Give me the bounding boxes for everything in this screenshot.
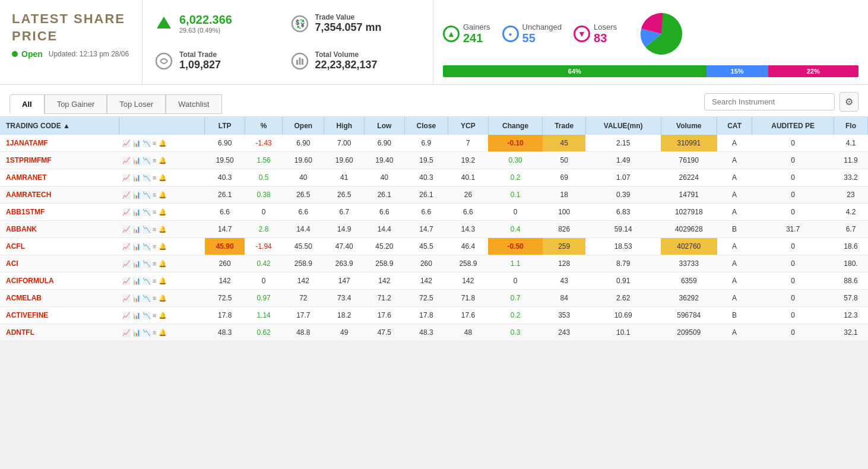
col-ltp[interactable]: LTP [205,117,245,135]
col-change[interactable]: Change [488,117,543,135]
chart-area-icon[interactable]: 📉 [142,191,151,199]
cell-code[interactable]: 1STPRIMFMF [0,152,119,169]
speaker-icon[interactable]: 🔔 [159,312,167,319]
chart-bar-icon[interactable]: 📊 [132,260,141,268]
tab-watchlist[interactable]: Watchlist [166,94,221,114]
cell-code[interactable]: ACMELAB [0,290,119,307]
chart-bar-icon[interactable]: 📊 [132,294,141,302]
chart-line-icon[interactable]: 📈 [122,329,131,337]
cell-code[interactable]: ACIFORMULA [0,272,119,290]
tab-top-loser[interactable]: Top Loser [107,94,166,114]
list-icon[interactable]: ≡ [153,260,156,267]
chart-line-icon[interactable]: 📈 [122,226,131,233]
chart-line-icon[interactable]: 📈 [122,277,131,285]
speaker-icon[interactable]: 🔔 [159,226,167,233]
list-icon[interactable]: ≡ [153,312,156,319]
list-icon[interactable]: ≡ [153,174,156,181]
speaker-icon[interactable]: 🔔 [159,174,167,182]
cell-volume: 4029628 [661,221,717,238]
chart-bar-icon[interactable]: 📊 [132,140,141,147]
chart-line-icon[interactable]: 📈 [122,312,131,319]
col-volume[interactable]: Volume [661,117,717,135]
chart-line-icon[interactable]: 📈 [122,243,131,251]
cell-code[interactable]: ACI [0,255,119,272]
list-icon[interactable]: ≡ [153,243,156,250]
tab-top-gainer[interactable]: Top Gainer [45,94,107,114]
settings-button[interactable]: ⚙ [840,92,859,112]
chart-area-icon[interactable]: 📉 [142,226,151,233]
cell-pe: 0 [752,324,834,341]
col-audited-pe[interactable]: AUDITED PE [752,117,834,135]
chart-area-icon[interactable]: 📉 [142,260,151,268]
cell-code[interactable]: AAMRANET [0,169,119,186]
chart-area-icon[interactable]: 📉 [142,329,151,337]
cell-code[interactable]: AAMRATECH [0,186,119,204]
list-icon[interactable]: ≡ [153,191,156,198]
speaker-icon[interactable]: 🔔 [159,140,167,147]
chart-line-icon[interactable]: 📈 [122,140,131,147]
col-ycp[interactable]: YCP [448,117,489,135]
cell-code[interactable]: ABB1STMF [0,204,119,221]
title-panel: LATEST SHARE PRICE Open Updated: 12:13 p… [0,0,142,84]
list-icon[interactable]: ≡ [153,329,156,336]
chart-bar-icon[interactable]: 📊 [132,208,141,216]
list-icon[interactable]: ≡ [153,157,156,164]
list-icon[interactable]: ≡ [153,226,156,233]
col-close[interactable]: Close [404,117,448,135]
speaker-icon[interactable]: 🔔 [159,208,167,216]
list-icon[interactable]: ≡ [153,294,156,302]
speaker-icon[interactable]: 🔔 [159,260,167,268]
chart-line-icon[interactable]: 📈 [122,191,131,199]
speaker-icon[interactable]: 🔔 [159,157,167,164]
chart-line-icon[interactable]: 📈 [122,174,131,182]
cell-code[interactable]: 1JANATAMF [0,135,119,152]
speaker-icon[interactable]: 🔔 [159,277,167,285]
chart-area-icon[interactable]: 📉 [142,312,151,319]
col-flo[interactable]: Flo [834,117,867,135]
chart-bar-icon[interactable]: 📊 [132,157,141,164]
col-trade[interactable]: Trade [543,117,585,135]
col-cat[interactable]: CAT [717,117,752,135]
cell-code[interactable]: ADNTFL [0,324,119,341]
speaker-icon[interactable]: 🔔 [159,243,167,251]
col-pct[interactable]: % [245,117,282,135]
search-input[interactable] [704,93,835,110]
chart-bar-icon[interactable]: 📊 [132,243,141,251]
chart-area-icon[interactable]: 📉 [142,140,151,147]
cell-ltp: 72.5 [205,290,245,307]
chart-bar-icon[interactable]: 📊 [132,277,141,285]
cell-code[interactable]: ACFL [0,238,119,255]
col-open[interactable]: Open [283,117,324,135]
speaker-icon[interactable]: 🔔 [159,329,167,337]
list-icon[interactable]: ≡ [153,140,156,147]
table-row: ABBANK 📈 📊 📉 ≡ 🔔 14.7 2.8 14.4 14.9 14.4… [0,221,868,238]
cell-pct: 0.42 [245,255,282,272]
chart-line-icon[interactable]: 📈 [122,157,131,164]
chart-bar-icon[interactable]: 📊 [132,226,141,233]
chart-area-icon[interactable]: 📉 [142,294,151,302]
col-value[interactable]: VALUE(mn) [585,117,661,135]
chart-area-icon[interactable]: 📉 [142,243,151,251]
chart-line-icon[interactable]: 📈 [122,294,131,302]
list-icon[interactable]: ≡ [153,277,156,284]
chart-bar-icon[interactable]: 📊 [132,312,141,319]
chart-line-icon[interactable]: 📈 [122,260,131,268]
speaker-icon[interactable]: 🔔 [159,191,167,199]
chart-bar-icon[interactable]: 📊 [132,174,141,182]
col-low[interactable]: Low [365,117,405,135]
cell-code[interactable]: ACTIVEFINE [0,307,119,324]
chart-area-icon[interactable]: 📉 [142,174,151,182]
col-trading-code[interactable]: TRADING CODE ▲ [0,117,119,135]
col-high[interactable]: High [324,117,365,135]
cell-low: 14.4 [365,221,405,238]
tab-all[interactable]: All [9,94,45,114]
speaker-icon[interactable]: 🔔 [159,294,167,302]
cell-code[interactable]: ABBANK [0,221,119,238]
chart-area-icon[interactable]: 📉 [142,208,151,216]
chart-bar-icon[interactable]: 📊 [132,329,141,337]
chart-line-icon[interactable]: 📈 [122,208,131,216]
chart-area-icon[interactable]: 📉 [142,277,151,285]
chart-bar-icon[interactable]: 📊 [132,191,141,199]
chart-area-icon[interactable]: 📉 [142,157,151,164]
list-icon[interactable]: ≡ [153,208,156,216]
